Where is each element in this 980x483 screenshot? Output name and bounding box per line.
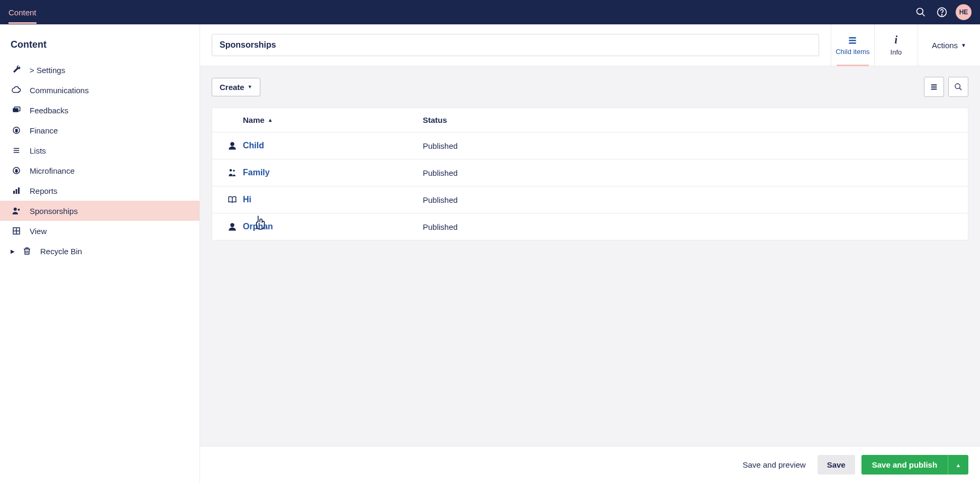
topbar: Content HE (0, 0, 980, 24)
sidebar-item-communications[interactable]: Communications (0, 80, 199, 100)
grid-icon (11, 226, 22, 236)
content-header: Child items i Info Actions ▼ (200, 24, 980, 66)
save-publish-button[interactable]: Save and publish (861, 455, 948, 475)
svg-rect-25 (849, 42, 856, 44)
list-icon (847, 35, 858, 46)
folders-icon (11, 105, 22, 115)
sidebar-item-label: > Settings (30, 66, 65, 75)
caret-down-icon: ▼ (248, 84, 252, 90)
info-icon: i (895, 34, 898, 46)
topbar-title: Content (8, 2, 37, 23)
svg-point-32 (230, 169, 232, 172)
svg-text:$: $ (15, 128, 18, 133)
row-name: Hi (243, 195, 423, 204)
svg-text:$: $ (15, 168, 18, 173)
svg-line-1 (922, 14, 925, 16)
table-row[interactable]: Child Published (212, 132, 968, 159)
sort-asc-icon: ▲ (268, 117, 273, 123)
save-preview-button[interactable]: Save and preview (737, 456, 811, 473)
users-icon (11, 206, 22, 216)
svg-rect-14 (16, 189, 17, 194)
svg-point-0 (917, 8, 923, 15)
row-name: Child (243, 141, 423, 150)
trash-icon (21, 246, 33, 256)
sidebar-item-label: Sponsorships (30, 207, 78, 216)
create-label: Create (220, 83, 244, 92)
row-status: Published (423, 168, 958, 177)
svg-rect-24 (849, 40, 856, 41)
list-lines-icon (11, 146, 22, 155)
sidebar-item-settings[interactable]: > Settings (0, 60, 199, 80)
column-name[interactable]: Name ▲ (243, 115, 423, 124)
table-row[interactable]: Family Published (212, 159, 968, 186)
sidebar-item-label: Communications (30, 86, 89, 95)
svg-line-30 (959, 88, 961, 90)
sidebar-item-view[interactable]: View (0, 221, 199, 241)
sidebar-item-label: Feedbacks (30, 106, 68, 115)
sidebar-heading: Content (0, 35, 199, 60)
book-icon (222, 195, 243, 204)
help-icon[interactable] (931, 2, 952, 23)
family-icon (222, 168, 243, 177)
footer: Save and preview Save Save and publish ▲ (200, 446, 980, 483)
publish-dropdown-button[interactable]: ▲ (948, 455, 968, 475)
sidebar-item-label: Microfinance (30, 166, 75, 175)
chart-icon (11, 186, 22, 195)
column-status[interactable]: Status (423, 115, 958, 124)
sidebar-item-reports[interactable]: Reports (0, 181, 199, 201)
svg-point-17 (18, 209, 20, 211)
sidebar-item-sponsorships[interactable]: Sponsorships (0, 201, 199, 221)
sidebar-item-label: Recycle Bin (40, 247, 82, 256)
svg-rect-26 (931, 84, 937, 85)
topbar-section-content[interactable]: Content (8, 2, 37, 23)
tab-child-items[interactable]: Child items (831, 24, 874, 66)
wrench-icon (11, 65, 22, 75)
title-input[interactable] (212, 34, 819, 56)
coin-icon: $ (11, 166, 22, 175)
search-button[interactable] (948, 77, 968, 97)
table-row[interactable]: Orphan Published (212, 213, 968, 240)
svg-point-31 (230, 142, 234, 146)
save-button[interactable]: Save (818, 455, 855, 475)
person-icon (222, 222, 243, 231)
avatar[interactable]: HE (956, 4, 972, 20)
row-status: Published (423, 141, 958, 150)
list-view-button[interactable] (924, 77, 944, 97)
svg-rect-15 (18, 187, 20, 194)
caret-down-icon: ▼ (961, 42, 966, 48)
sidebar-item-lists[interactable]: Lists (0, 140, 199, 160)
sidebar-item-finance[interactable]: $ Finance (0, 120, 199, 140)
caret-right-icon[interactable]: ▶ (11, 248, 17, 254)
search-icon[interactable] (910, 2, 931, 23)
sidebar-item-feedbacks[interactable]: Feedbacks (0, 100, 199, 120)
table-row[interactable]: Hi Published (212, 186, 968, 213)
actions-dropdown[interactable]: Actions ▼ (918, 24, 980, 66)
table-header: Name ▲ Status (212, 108, 968, 132)
person-icon (222, 141, 243, 150)
svg-point-3 (941, 14, 942, 15)
svg-rect-4 (13, 108, 19, 112)
main: Child items i Info Actions ▼ Create ▼ (200, 24, 980, 483)
sidebar-item-label: Finance (30, 126, 58, 135)
sidebar-item-label: View (30, 227, 47, 236)
row-name: Orphan (243, 222, 423, 231)
coin-icon: $ (11, 126, 22, 135)
row-status: Published (423, 195, 958, 204)
row-status: Published (423, 222, 958, 231)
svg-point-16 (14, 208, 17, 211)
sidebar-item-label: Reports (30, 186, 58, 195)
actions-label: Actions (932, 41, 958, 50)
tab-info[interactable]: i Info (874, 24, 918, 66)
caret-up-icon: ▲ (956, 462, 961, 468)
sidebar: Content > Settings Communications Feedba… (0, 24, 200, 483)
tab-label: Info (891, 48, 902, 56)
sidebar-item-label: Lists (30, 146, 46, 155)
svg-point-33 (233, 170, 234, 172)
svg-rect-23 (849, 37, 856, 39)
sidebar-item-microfinance[interactable]: $ Microfinance (0, 160, 199, 181)
svg-point-35 (230, 223, 234, 227)
svg-rect-27 (931, 86, 937, 87)
row-name: Family (243, 168, 423, 177)
sidebar-item-recycle-bin[interactable]: ▶ Recycle Bin (0, 241, 199, 261)
create-button[interactable]: Create ▼ (212, 78, 260, 96)
